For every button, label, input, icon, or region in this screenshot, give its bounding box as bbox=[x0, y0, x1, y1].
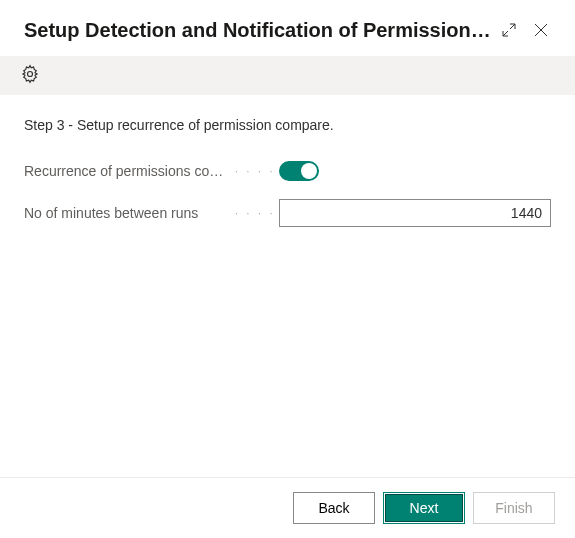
dialog-header: Setup Detection and Notification of Perm… bbox=[0, 0, 575, 56]
recurrence-row: Recurrence of permissions com… · · · · bbox=[24, 157, 551, 185]
toolbar bbox=[0, 56, 575, 95]
step-title: Step 3 - Setup recurrence of permission … bbox=[24, 117, 551, 133]
close-icon[interactable] bbox=[527, 16, 555, 44]
toggle-knob bbox=[301, 163, 317, 179]
minutes-input[interactable] bbox=[279, 199, 551, 227]
gear-icon[interactable] bbox=[20, 64, 40, 87]
dialog-content: Step 3 - Setup recurrence of permission … bbox=[0, 95, 575, 263]
expand-icon[interactable] bbox=[495, 16, 523, 44]
dialog-footer: Back Next Finish bbox=[0, 477, 575, 538]
recurrence-toggle[interactable] bbox=[279, 161, 319, 181]
recurrence-label: Recurrence of permissions com… bbox=[24, 163, 229, 179]
next-button[interactable]: Next bbox=[383, 492, 465, 524]
separator-dots: · · · · bbox=[229, 166, 279, 177]
finish-button: Finish bbox=[473, 492, 555, 524]
dialog-title: Setup Detection and Notification of Perm… bbox=[24, 19, 495, 42]
svg-point-0 bbox=[28, 72, 33, 77]
minutes-label: No of minutes between runs bbox=[24, 205, 229, 221]
minutes-row: No of minutes between runs · · · · · bbox=[24, 199, 551, 227]
back-button[interactable]: Back bbox=[293, 492, 375, 524]
separator-dots: · · · · · bbox=[229, 208, 279, 219]
header-actions bbox=[495, 16, 555, 44]
